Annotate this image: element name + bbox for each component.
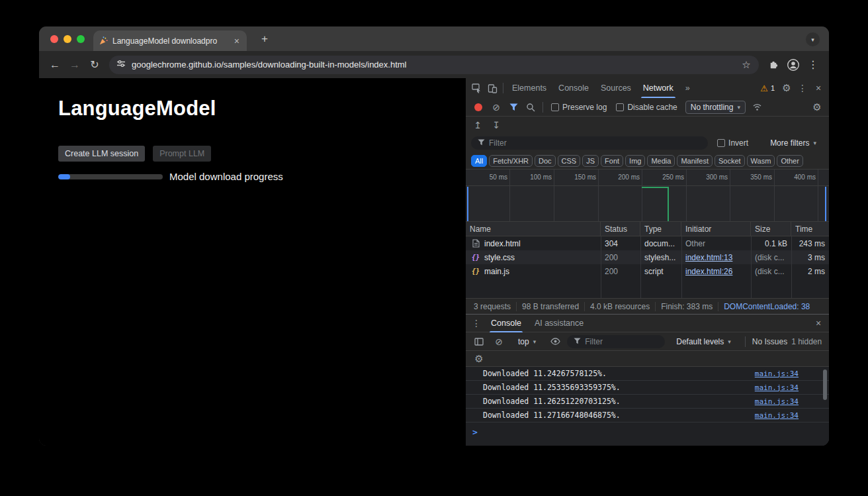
column-header-type[interactable]: Type: [640, 222, 681, 236]
more-filters-button[interactable]: More filters ▾: [765, 136, 821, 150]
tab-console[interactable]: Console: [552, 78, 595, 98]
request-initiator-link[interactable]: index.html:26: [681, 264, 751, 278]
request-initiator-link[interactable]: index.html:13: [681, 250, 751, 264]
chip-wasm[interactable]: Wasm: [747, 155, 775, 167]
console-settings-icon[interactable]: ⚙: [471, 351, 487, 367]
chip-other[interactable]: Other: [777, 155, 803, 167]
browser-tab[interactable]: LanguageModel downloadpro ×: [93, 30, 247, 51]
request-type: docum...: [640, 236, 681, 250]
import-har-icon[interactable]: ↥: [470, 117, 486, 133]
browser-menu-icon[interactable]: ⋮: [804, 56, 822, 74]
drawer-menu-icon[interactable]: ⋮: [468, 315, 484, 331]
network-overview[interactable]: 50 ms 100 ms 150 ms 200 ms 250 ms 300 ms…: [466, 169, 829, 222]
extensions-icon[interactable]: [764, 56, 783, 74]
chip-doc[interactable]: Doc: [535, 155, 556, 167]
chip-media[interactable]: Media: [647, 155, 675, 167]
request-name: style.css: [484, 253, 515, 262]
chip-js[interactable]: JS: [582, 155, 599, 167]
bookmark-star-icon[interactable]: ☆: [739, 59, 754, 71]
clear-console-icon[interactable]: ⊘: [491, 334, 507, 350]
column-header-time[interactable]: Time: [791, 222, 829, 236]
window-content: LanguageModel Create LLM session Prompt …: [39, 78, 829, 446]
reload-button[interactable]: ↻: [85, 56, 104, 74]
chip-all[interactable]: All: [471, 155, 487, 167]
url-text[interactable]: googlechrome.github.io/samples/downloadi…: [132, 60, 733, 70]
network-request-row[interactable]: index.html 304 docum... Other 0.1 kB 243…: [466, 236, 829, 250]
column-header-name[interactable]: Name: [466, 222, 601, 236]
chip-img[interactable]: Img: [625, 155, 645, 167]
checkbox-box[interactable]: [616, 103, 624, 111]
checkbox-box[interactable]: [717, 139, 725, 147]
devtools-settings-icon[interactable]: ⚙: [779, 80, 795, 96]
invert-checkbox[interactable]: Invert: [717, 138, 748, 148]
live-expression-eye-icon[interactable]: [547, 334, 563, 350]
devtools-menu-icon[interactable]: ⋮: [795, 80, 810, 96]
search-icon[interactable]: [523, 99, 539, 115]
address-bar[interactable]: googlechrome.github.io/samples/downloadi…: [109, 56, 759, 74]
preserve-log-checkbox[interactable]: Preserve log: [551, 103, 607, 112]
close-window-button[interactable]: [50, 35, 58, 43]
console-message-text: Downloaded 11.25335693359375%.: [483, 383, 755, 392]
request-type: stylesh...: [640, 250, 681, 264]
issues-link[interactable]: No Issues: [752, 337, 787, 346]
back-button[interactable]: ←: [46, 56, 64, 74]
tab-elements[interactable]: Elements: [506, 78, 552, 98]
site-settings-icon[interactable]: [116, 59, 126, 71]
new-tab-button[interactable]: +: [257, 32, 272, 46]
execution-context-select[interactable]: top ▾: [513, 335, 541, 348]
more-tabs-icon[interactable]: »: [679, 78, 696, 98]
chip-manifest[interactable]: Manifest: [677, 155, 713, 167]
console-message-source-link[interactable]: main.js:34: [755, 370, 799, 378]
throttling-select[interactable]: No throttling ▾: [685, 101, 746, 114]
minimize-window-button[interactable]: [64, 35, 71, 43]
tab-network[interactable]: Network: [637, 78, 679, 98]
console-scrollbar[interactable]: [823, 370, 827, 400]
clear-network-log-icon[interactable]: ⊘: [488, 99, 504, 115]
log-levels-select[interactable]: Default levels ▾: [672, 335, 736, 348]
profile-avatar[interactable]: [784, 56, 803, 74]
zoom-window-button[interactable]: [77, 35, 85, 43]
forward-button[interactable]: →: [65, 56, 84, 74]
console-message-source-link[interactable]: main.js:34: [755, 411, 799, 420]
inspect-element-icon[interactable]: [468, 80, 484, 96]
console-message-source-link[interactable]: main.js:34: [755, 397, 799, 406]
network-request-row[interactable]: {} style.css 200 stylesh... index.html:1…: [466, 250, 829, 264]
console-filter-input[interactable]: [585, 337, 658, 346]
drawer-tab-ai-assistance[interactable]: AI assistance: [529, 314, 589, 332]
console-message-source-link[interactable]: main.js:34: [755, 383, 799, 392]
export-har-icon[interactable]: ↧: [488, 117, 504, 133]
request-size: (disk c...: [751, 264, 791, 278]
network-conditions-icon[interactable]: [750, 99, 765, 115]
chip-css[interactable]: CSS: [558, 155, 581, 167]
network-filter-input[interactable]: [489, 138, 701, 148]
warnings-indicator[interactable]: ⚠ 1: [756, 83, 779, 93]
tab-close-icon[interactable]: ×: [232, 36, 241, 46]
disable-cache-checkbox[interactable]: Disable cache: [616, 103, 677, 112]
filter-toggle-icon[interactable]: [505, 99, 521, 115]
network-request-row[interactable]: {} main.js 200 script index.html:26 (dis…: [466, 264, 829, 278]
device-toolbar-icon[interactable]: [484, 80, 500, 96]
network-settings-icon[interactable]: ⚙: [809, 99, 825, 115]
har-toolbar: ↥ ↧: [466, 117, 829, 134]
console-prompt[interactable]: >: [466, 422, 829, 446]
console-sidebar-icon[interactable]: [471, 334, 487, 350]
hidden-messages-count[interactable]: 1 hidden: [791, 337, 822, 346]
tab-search-chevron-icon[interactable]: ▾: [806, 32, 820, 46]
devtools-close-icon[interactable]: ×: [810, 80, 826, 96]
prompt-llm-button[interactable]: Prompt LLM: [153, 146, 211, 162]
chip-fetch-xhr[interactable]: Fetch/XHR: [489, 155, 533, 167]
console-filter-field[interactable]: [567, 335, 665, 348]
chip-font[interactable]: Font: [601, 155, 623, 167]
column-header-size[interactable]: Size: [751, 222, 791, 236]
network-filter-field[interactable]: [471, 136, 708, 150]
column-header-initiator[interactable]: Initiator: [681, 222, 751, 236]
create-llm-session-button[interactable]: Create LLM session: [58, 146, 145, 162]
checkbox-box[interactable]: [551, 103, 559, 111]
drawer-close-icon[interactable]: ×: [810, 315, 826, 331]
record-network-log-button[interactable]: [474, 103, 482, 111]
timeline-tick: 150 ms: [556, 174, 596, 181]
column-header-status[interactable]: Status: [601, 222, 640, 236]
tab-sources[interactable]: Sources: [595, 78, 637, 98]
chip-socket[interactable]: Socket: [715, 155, 745, 167]
drawer-tab-console[interactable]: Console: [486, 314, 527, 332]
